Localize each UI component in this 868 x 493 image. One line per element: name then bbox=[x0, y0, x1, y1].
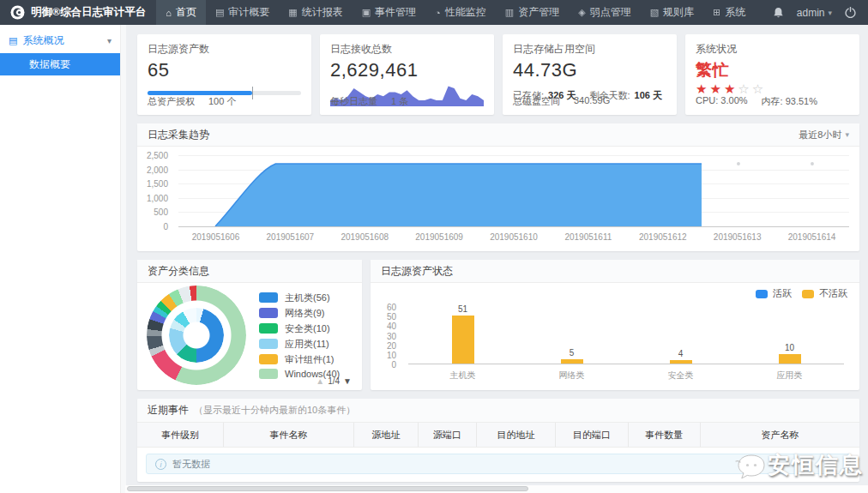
column-header: 源端口 bbox=[419, 423, 476, 447]
nav-item-icon: ⌂ bbox=[166, 8, 172, 18]
panel-title: 近期事件 bbox=[148, 403, 189, 418]
nav-item-2[interactable]: ▤审计概要 bbox=[206, 0, 279, 25]
legend-color-chip bbox=[259, 339, 278, 349]
x-tick-label: 2019051614 bbox=[788, 232, 836, 242]
sidebar-group-system-overview[interactable]: ▤ 系统概况 ▾ bbox=[0, 29, 120, 51]
column-header: 资产名称 bbox=[701, 423, 859, 447]
legend-item: 网络类(9) bbox=[259, 307, 340, 320]
sidebar-item-data-overview[interactable]: 数据概要 bbox=[0, 53, 120, 75]
bar bbox=[561, 359, 583, 364]
nav-item-8[interactable]: ▧规则库 bbox=[641, 0, 703, 25]
legend-label: 安全类(10) bbox=[285, 322, 330, 335]
watermark-text: 安恒信息 bbox=[768, 450, 864, 480]
legend-page-indicator: 1/4 bbox=[328, 376, 340, 386]
legend-item: 不活跃 bbox=[802, 287, 847, 300]
system-status-value: 繁忙 bbox=[696, 59, 849, 81]
stat-card-log-source-count: 日志源资产数 65 总资产授权 100 个 bbox=[137, 34, 311, 115]
card-title: 日志源资产数 bbox=[148, 42, 301, 57]
nav-item-icon: ⊞ bbox=[713, 7, 720, 18]
x-tick-label: 应用类 bbox=[777, 370, 803, 382]
panel-title: 日志采集趋势 bbox=[148, 128, 209, 142]
y-tick-label: 2,000 bbox=[147, 165, 168, 174]
user-menu[interactable]: admin ▾ bbox=[797, 7, 832, 19]
nav-item-9[interactable]: ⊞系统 bbox=[703, 0, 755, 25]
time-range-selector[interactable]: 最近8小时 ▾ bbox=[799, 129, 849, 141]
legend-item: 审计组件(1) bbox=[259, 353, 340, 366]
footer-value: 1 条 bbox=[391, 95, 408, 108]
memory-label: 内存: bbox=[762, 96, 783, 106]
nav-item-label: 弱点管理 bbox=[590, 5, 631, 20]
x-tick-label: 2019051613 bbox=[714, 232, 762, 242]
bar-value-label: 4 bbox=[678, 349, 684, 358]
horizontal-scrollbar-thumb[interactable] bbox=[127, 486, 528, 491]
bar-plot: 515410 bbox=[408, 307, 844, 364]
nav-item-icon: ◔ bbox=[435, 8, 441, 18]
stat-card-storage: 日志存储占用空间 44.73G 已存储: 326 天 剩余天数: 106 天 总… bbox=[503, 34, 677, 115]
y-tick-label: 50 bbox=[387, 312, 396, 322]
column-header: 源地址 bbox=[354, 423, 419, 447]
x-tick-label: 2019051610 bbox=[490, 232, 538, 242]
y-tick-label: 1,000 bbox=[147, 193, 168, 202]
star-icon: ☆ bbox=[738, 81, 751, 96]
notification-bell-icon[interactable] bbox=[773, 7, 784, 19]
nav-item-label: 资产管理 bbox=[518, 5, 559, 20]
nav-item-5[interactable]: ◔性能监控 bbox=[425, 0, 496, 25]
footer-value: 340.59G bbox=[574, 95, 610, 108]
x-tick-label: 2019051611 bbox=[564, 232, 612, 242]
star-icon: ★ bbox=[696, 81, 709, 96]
donut-inner-ring bbox=[169, 308, 224, 363]
empty-state-text: 暂无数据 bbox=[172, 458, 210, 471]
card-value: 2,629,461 bbox=[330, 59, 484, 81]
nav-item-6[interactable]: ▥资产管理 bbox=[496, 0, 569, 25]
bar-x-axis: 主机类网络类安全类应用类 bbox=[408, 370, 844, 381]
legend-color-chip bbox=[259, 369, 278, 379]
nav-item-3[interactable]: ▦统计报表 bbox=[279, 0, 352, 25]
legend-item: 活跃 bbox=[756, 287, 792, 300]
donut-legend: 主机类(56)网络类(9)安全类(10)应用类(11)审计组件(1)Window… bbox=[259, 292, 340, 379]
logout-power-icon[interactable] bbox=[845, 7, 856, 18]
star-icon: ★ bbox=[709, 81, 723, 96]
nav-item-icon: ▤ bbox=[215, 7, 224, 18]
horizontal-scrollbar-track[interactable] bbox=[125, 485, 868, 493]
card-title: 系统状况 bbox=[696, 42, 849, 57]
nav-item-label: 规则库 bbox=[663, 5, 694, 20]
log-trend-panel: 日志采集趋势 最近8小时 ▾ 2,5002,0001,5001,0005000 … bbox=[137, 123, 859, 251]
legend-color-chip bbox=[259, 292, 278, 303]
y-tick-label: 2,500 bbox=[147, 151, 168, 160]
legend-page-down-icon[interactable]: ▼ bbox=[343, 376, 352, 386]
panel-title: 日志源资产状态 bbox=[381, 264, 453, 279]
cpu-label: CPU: bbox=[696, 95, 718, 105]
bar-legend: 活跃不活跃 bbox=[756, 287, 847, 300]
footer-label: 每秒日志量 bbox=[330, 95, 377, 108]
x-tick-label: 2019051609 bbox=[415, 232, 463, 242]
nav-item-label: 系统 bbox=[725, 5, 745, 20]
bar-value-label: 10 bbox=[785, 343, 794, 352]
legend-color-chip bbox=[802, 290, 814, 298]
column-header: 目的地址 bbox=[477, 423, 557, 447]
sidebar-group-label: 系统概况 bbox=[22, 33, 63, 48]
card-title: 日志接收总数 bbox=[330, 42, 484, 57]
trend-y-axis: 2,5002,0001,5001,0005000 bbox=[137, 155, 173, 226]
log-source-status-panel: 日志源资产状态 活跃不活跃 6050403020100 515410 主机类网络… bbox=[371, 260, 859, 390]
x-tick-label: 2019051606 bbox=[192, 232, 240, 242]
bar bbox=[670, 360, 692, 364]
trend-area-chart bbox=[178, 155, 849, 226]
legend-label: 审计组件(1) bbox=[285, 353, 334, 366]
sidebar-scrollbar[interactable] bbox=[120, 25, 126, 493]
nav-item-icon: ▧ bbox=[650, 7, 659, 18]
nav-item-label: 性能监控 bbox=[445, 5, 486, 20]
nav-item-7[interactable]: ◈弱点管理 bbox=[569, 0, 640, 25]
bar-y-axis: 6050403020100 bbox=[377, 307, 400, 364]
column-header: 事件名称 bbox=[224, 423, 354, 447]
legend-color-chip bbox=[259, 354, 278, 364]
watermark-logo-icon bbox=[734, 451, 767, 480]
nav-item-1[interactable]: ⌂首页 bbox=[156, 0, 206, 25]
legend-label: 网络类(9) bbox=[285, 307, 324, 320]
nav-item-icon: ▦ bbox=[288, 7, 297, 18]
cpu-value: 3.00% bbox=[720, 95, 747, 105]
x-tick-label: 2019051608 bbox=[341, 232, 389, 242]
nav-item-4[interactable]: ▣事件管理 bbox=[353, 0, 425, 25]
navbar-right: admin ▾ bbox=[773, 7, 868, 19]
star-icon: ☆ bbox=[752, 81, 766, 96]
legend-page-up-icon[interactable]: ▲ bbox=[316, 376, 324, 386]
